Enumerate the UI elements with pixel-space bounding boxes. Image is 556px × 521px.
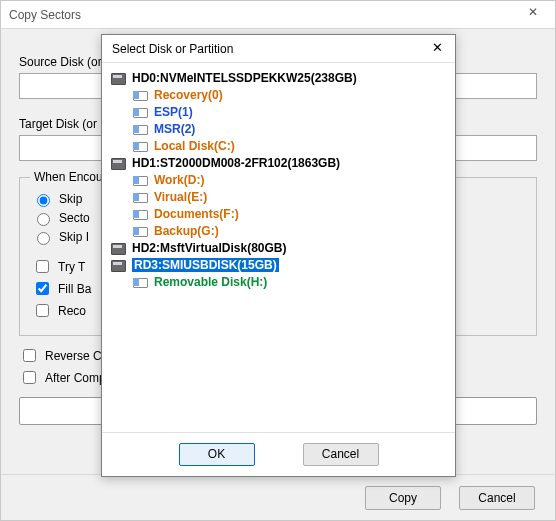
partition-icon — [132, 224, 148, 238]
partition-node[interactable]: MSR(2) — [132, 120, 445, 137]
parent-footer: Copy Cancel — [1, 474, 555, 520]
check-fill-label: Fill Ba — [58, 282, 91, 296]
check-after-label: After Comp — [45, 371, 106, 385]
disk-label: HD2:MsftVirtualDisk(80GB) — [132, 241, 286, 255]
disk-node[interactable]: RD3:SMIUSBDISK(15GB) — [110, 256, 445, 273]
modal-titlebar: Select Disk or Partition ✕ — [102, 35, 455, 63]
modal-title-text: Select Disk or Partition — [112, 42, 425, 56]
partition-icon — [132, 105, 148, 119]
partition-label: Work(D:) — [154, 173, 204, 187]
radio-sector[interactable] — [37, 213, 50, 226]
select-disk-dialog: Select Disk or Partition ✕ HD0:NVMeINTEL… — [101, 34, 456, 477]
parent-close-button[interactable]: ✕ — [519, 5, 547, 25]
partition-node[interactable]: Local Disk(C:) — [132, 137, 445, 154]
disk-icon — [110, 71, 126, 85]
partition-node[interactable]: Backup(G:) — [132, 222, 445, 239]
check-fill[interactable] — [36, 282, 49, 295]
check-reco[interactable] — [36, 304, 49, 317]
check-reverse-label: Reverse Co — [45, 349, 108, 363]
ok-button[interactable]: OK — [179, 443, 255, 466]
radio-skip-label: Skip — [59, 192, 82, 206]
partition-label: Removable Disk(H:) — [154, 275, 267, 289]
partition-icon — [132, 173, 148, 187]
disk-icon — [110, 258, 126, 272]
disk-icon — [110, 156, 126, 170]
partition-node[interactable]: Removable Disk(H:) — [132, 273, 445, 290]
disk-node[interactable]: HD0:NVMeINTELSSDPEKKW25(238GB) — [110, 69, 445, 86]
partition-label: Backup(G:) — [154, 224, 219, 238]
radio-skip2-label: Skip I — [59, 230, 89, 244]
partition-label: Documents(F:) — [154, 207, 239, 221]
copy-button[interactable]: Copy — [365, 486, 441, 510]
disk-icon — [110, 241, 126, 255]
check-reverse[interactable] — [23, 349, 36, 362]
disk-node[interactable]: HD2:MsftVirtualDisk(80GB) — [110, 239, 445, 256]
parent-title-text: Copy Sectors — [9, 8, 519, 22]
partition-node[interactable]: ESP(1) — [132, 103, 445, 120]
radio-sector-label: Secto — [59, 211, 90, 225]
partition-icon — [132, 88, 148, 102]
partition-icon — [132, 275, 148, 289]
modal-close-button[interactable]: ✕ — [425, 40, 449, 58]
partition-node[interactable]: Work(D:) — [132, 171, 445, 188]
partition-icon — [132, 139, 148, 153]
partition-node[interactable]: Recovery(0) — [132, 86, 445, 103]
modal-cancel-button[interactable]: Cancel — [303, 443, 379, 466]
partition-icon — [132, 122, 148, 136]
partition-icon — [132, 190, 148, 204]
disk-label: RD3:SMIUSBDISK(15GB) — [132, 258, 279, 272]
disk-label: HD0:NVMeINTELSSDPEKKW25(238GB) — [132, 71, 357, 85]
disk-label: HD1:ST2000DM008-2FR102(1863GB) — [132, 156, 340, 170]
check-reco-label: Reco — [58, 304, 86, 318]
disk-tree[interactable]: HD0:NVMeINTELSSDPEKKW25(238GB)Recovery(0… — [102, 63, 455, 432]
check-after[interactable] — [23, 371, 36, 384]
partition-icon — [132, 207, 148, 221]
partition-node[interactable]: Documents(F:) — [132, 205, 445, 222]
parent-cancel-button[interactable]: Cancel — [459, 486, 535, 510]
modal-footer: OK Cancel — [102, 432, 455, 476]
partition-label: Virual(E:) — [154, 190, 207, 204]
check-try-label: Try T — [58, 260, 85, 274]
check-try[interactable] — [36, 260, 49, 273]
partition-label: Local Disk(C:) — [154, 139, 235, 153]
partition-label: MSR(2) — [154, 122, 195, 136]
disk-node[interactable]: HD1:ST2000DM008-2FR102(1863GB) — [110, 154, 445, 171]
partition-node[interactable]: Virual(E:) — [132, 188, 445, 205]
parent-titlebar: Copy Sectors ✕ — [1, 1, 555, 29]
radio-skip2[interactable] — [37, 232, 50, 245]
radio-skip[interactable] — [37, 194, 50, 207]
partition-label: Recovery(0) — [154, 88, 223, 102]
partition-label: ESP(1) — [154, 105, 193, 119]
